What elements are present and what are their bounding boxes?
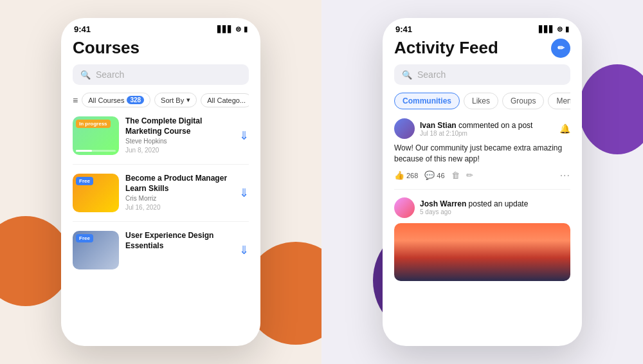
battery-icon-right: ▮: [565, 25, 569, 33]
status-bar-right: 9:41 ▋▋▋ ⊜ ▮: [383, 18, 582, 38]
course-status-label-1: In progress: [76, 120, 111, 128]
chevron-down-icon: ▾: [186, 96, 190, 104]
josh-action: posted an update: [469, 199, 529, 208]
thumbsup-icon: 👍: [394, 170, 404, 180]
josh-name: Josh Warren: [420, 199, 466, 208]
chip-label-sort: Sort By: [161, 96, 184, 104]
signal-icon-right: ▋▋▋: [539, 26, 554, 33]
comment-action[interactable]: 💬 46: [424, 170, 444, 180]
status-icons-left: ▋▋▋ ⊜ ▮: [217, 25, 248, 33]
course-title-3: User Experience Design Essentials: [125, 231, 233, 251]
search-bar-courses[interactable]: 🔍 Search: [73, 64, 249, 85]
page-title-courses: Courses: [73, 38, 249, 58]
status-time-right: 9:41: [395, 24, 412, 34]
search-icon-right: 🔍: [402, 70, 412, 80]
avatar-josh: [394, 197, 415, 218]
avatar-ivan: [394, 118, 415, 139]
mountain-image: [394, 223, 570, 281]
activity-item-1: Ivan Stian commented on a post Jul 18 at…: [394, 118, 570, 181]
activity-text-1: Wow! Our community just became extra ama…: [394, 143, 570, 165]
course-item-1[interactable]: In progress The Complete Digital Marketi…: [73, 116, 249, 165]
course-info-2: Become a Product Manager Learn Skills Cr…: [125, 174, 233, 211]
like-action[interactable]: 👍 268: [394, 170, 418, 180]
signal-icon: ▋▋▋: [217, 26, 233, 33]
trash-icon: 🗑: [451, 170, 460, 180]
course-info-3: User Experience Design Essentials: [125, 231, 233, 252]
tab-groups[interactable]: Groups: [502, 93, 544, 109]
progress-bar-1: [76, 150, 116, 152]
phone-right: 9:41 ▋▋▋ ⊜ ▮ Activity Feed ✏ 🔍 Search: [383, 18, 582, 346]
divider-1: [394, 189, 570, 190]
course-author-1: Steve Hopkins: [125, 138, 233, 145]
search-placeholder-left: Search: [96, 69, 124, 80]
status-time-left: 9:41: [74, 24, 91, 34]
chip-badge-count: 328: [127, 96, 144, 104]
more-options-1[interactable]: ···: [560, 170, 570, 181]
left-panel: 9:41 ▋▋▋ ⊜ ▮ Courses 🔍 Search ≡ All Cour…: [0, 0, 322, 364]
post-image-mountains: [394, 223, 570, 281]
course-title-1: The Complete Digital Marketing Course: [125, 116, 233, 136]
chip-label-category: All Catego...: [207, 96, 246, 104]
wifi-icon: ⊜: [235, 25, 241, 33]
activity-time-1: Jul 18 at 2:10pm: [420, 130, 554, 137]
chip-category[interactable]: All Catego...: [201, 93, 249, 107]
bell-icon[interactable]: 🔔: [559, 123, 570, 134]
activity-action-1: commented on a post: [458, 121, 532, 130]
edit-action[interactable]: ✏: [466, 170, 473, 180]
courses-content: Courses 🔍 Search ≡ All Courses 328 Sort …: [61, 38, 260, 346]
activity-actions-1: 👍 268 💬 46 🗑 ✏ ···: [394, 170, 570, 181]
battery-icon: ▮: [244, 25, 248, 33]
edit-icon: ✏: [466, 170, 473, 180]
activity-meta-1: Ivan Stian commented on a post Jul 18 at…: [420, 121, 554, 137]
course-author-2: Cris Morriz: [125, 195, 233, 202]
comment-count: 46: [437, 172, 444, 179]
chip-sort-by[interactable]: Sort By ▾: [154, 93, 197, 107]
activity-header-1: Ivan Stian commented on a post Jul 18 at…: [394, 118, 570, 139]
wifi-icon-right: ⊜: [557, 25, 563, 33]
activity-header-2: Josh Warren posted an update 5 days ago: [394, 197, 570, 218]
course-download-2[interactable]: ⇓: [239, 186, 249, 200]
chip-label-all-courses: All Courses: [88, 96, 124, 104]
course-download-1[interactable]: ⇓: [239, 129, 249, 143]
progress-fill-1: [76, 150, 92, 152]
pencil-icon: ✏: [557, 43, 565, 53]
right-panel: 9:41 ▋▋▋ ⊜ ▮ Activity Feed ✏ 🔍 Search: [322, 0, 643, 364]
status-icons-right: ▋▋▋ ⊜ ▮: [539, 25, 569, 33]
status-bar-left: 9:41 ▋▋▋ ⊜ ▮: [61, 18, 260, 38]
filter-row: ≡ All Courses 328 Sort By ▾ All Catego..…: [73, 93, 249, 107]
delete-action[interactable]: 🗑: [451, 170, 460, 180]
course-item-2[interactable]: Free Become a Product Manager Learn Skil…: [73, 174, 249, 222]
edit-button[interactable]: ✏: [551, 39, 570, 58]
course-date-2: Jul 16, 2020: [125, 204, 233, 211]
course-thumb-3: Free: [73, 231, 119, 269]
chip-all-courses[interactable]: All Courses 328: [82, 93, 150, 107]
activity-time-2: 5 days ago: [420, 208, 570, 215]
course-thumb-2: Free: [73, 174, 119, 212]
decoration-shape-orange: [0, 216, 71, 306]
phone-left: 9:41 ▋▋▋ ⊜ ▮ Courses 🔍 Search ≡ All Cour…: [61, 18, 260, 346]
tab-communities[interactable]: Communities: [394, 93, 460, 109]
activity-item-2: Josh Warren posted an update 5 days ago: [394, 197, 570, 281]
search-icon-left: 🔍: [80, 70, 91, 80]
course-title-2: Become a Product Manager Learn Skills: [125, 174, 233, 194]
user-name-josh: Josh Warren posted an update: [420, 199, 570, 208]
tab-mentions[interactable]: Mentions: [548, 93, 570, 109]
course-status-label-2: Free: [76, 177, 93, 185]
filter-icon[interactable]: ≡: [73, 95, 78, 105]
tab-likes[interactable]: Likes: [464, 93, 498, 109]
course-status-label-3: Free: [76, 234, 93, 242]
comment-icon: 💬: [424, 170, 435, 180]
search-bar-activity[interactable]: 🔍 Search: [394, 64, 570, 85]
course-date-1: Jun 8, 2020: [125, 147, 233, 154]
course-download-3[interactable]: ⇓: [239, 243, 249, 257]
spacer: [394, 218, 570, 223]
user-name-ivan: Ivan Stian: [420, 121, 457, 130]
like-count: 268: [406, 172, 418, 179]
page-title-activity: Activity Feed ✏: [394, 38, 570, 58]
course-thumb-1: In progress: [73, 116, 119, 155]
activity-content: Activity Feed ✏ 🔍 Search Communities Lik…: [383, 38, 582, 346]
activity-meta-2: Josh Warren posted an update 5 days ago: [420, 199, 570, 215]
tabs-row: Communities Likes Groups Mentions: [394, 93, 570, 109]
course-item-3[interactable]: Free User Experience Design Essentials ⇓: [73, 231, 249, 278]
search-placeholder-right: Search: [417, 69, 446, 80]
